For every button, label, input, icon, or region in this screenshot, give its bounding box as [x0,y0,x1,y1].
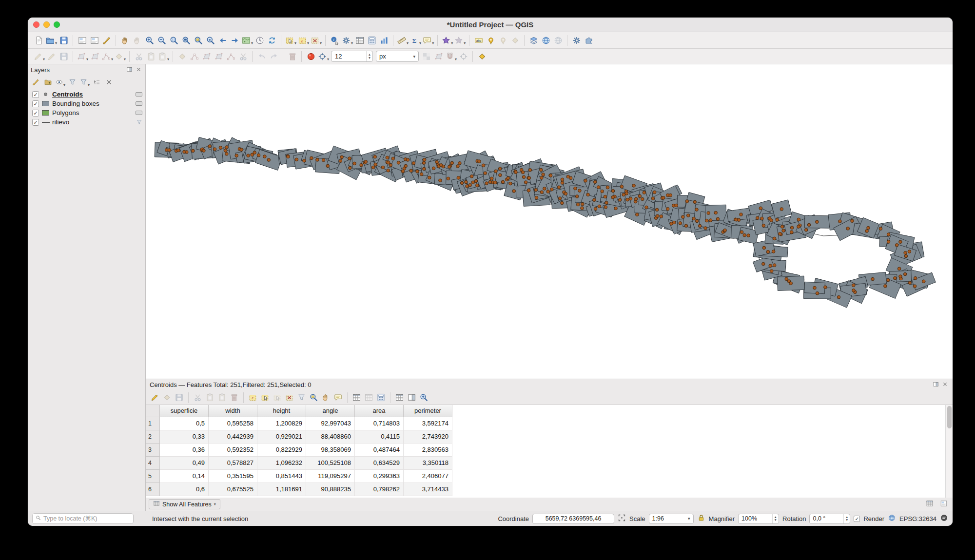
new-field-button[interactable] [351,391,363,404]
filter-by-expression-button[interactable]: ▾ [78,76,91,89]
table-view-button[interactable] [923,498,936,511]
style-manager-button[interactable] [100,34,113,47]
toggle-editing-button[interactable] [149,391,161,404]
minimize-window-button[interactable] [43,21,50,28]
layer-visibility-checkbox[interactable]: ✓ [32,119,39,126]
float-layers-panel-button[interactable] [125,66,133,74]
magnifier-spinbox[interactable]: 100% ▲▼ [738,514,779,524]
expand-all-button[interactable] [91,76,103,89]
messages-button[interactable] [940,514,948,523]
locate-input[interactable] [43,515,131,522]
paste-features-button[interactable]: ▾ [157,50,170,63]
current-edits-button[interactable]: ▾ [33,50,45,63]
column-header-perimeter[interactable]: perimeter [404,405,452,417]
row-number[interactable]: 3 [146,443,160,456]
row-number[interactable]: 4 [146,456,160,469]
zoom-in-button[interactable] [143,34,156,47]
layer-visibility-checkbox[interactable]: ✓ [32,100,39,107]
filter-features-button[interactable] [295,391,308,404]
vertex-tool-button[interactable]: ▾ [101,50,114,63]
column-header-width[interactable]: width [209,405,257,417]
cell[interactable]: 0,299363 [355,469,404,483]
run-feature-action-button[interactable]: ▾ [341,34,353,47]
dock-attribute-table-button[interactable] [406,391,418,404]
sum-line-lengths-button[interactable]: Σ▾ [409,34,422,47]
snapping-unit-combobox[interactable]: px▾ [376,51,419,62]
float-attribute-panel-button[interactable] [932,381,939,389]
new-map-view-button[interactable]: ▾ [241,34,254,47]
cell[interactable]: 1,200829 [257,417,306,430]
map-canvas[interactable] [146,64,953,379]
memory-layer-indicator-icon[interactable] [136,92,142,97]
search-options-button[interactable] [418,391,430,404]
copy-features-button[interactable] [204,391,216,404]
crs-button[interactable] [888,514,896,523]
split-features-button[interactable] [237,50,249,63]
layer-visibility-checkbox[interactable]: ✓ [32,110,39,116]
corner-header[interactable] [146,405,160,417]
snapping-mode-button[interactable]: ▾ [317,50,330,63]
metasearch-button[interactable] [552,34,564,47]
cell[interactable]: 119,095297 [306,469,355,483]
pan-map-button[interactable] [119,34,131,47]
cell[interactable]: 0,714803 [355,417,404,430]
select-features-button[interactable]: ▾ [284,34,297,47]
pan-to-selection-button[interactable] [131,34,143,47]
cell[interactable]: 0,578827 [209,456,257,469]
select-all-button[interactable] [259,391,271,404]
undo-button[interactable] [255,50,268,63]
save-project-button[interactable] [58,34,70,47]
cell[interactable]: 0,634529 [355,456,404,469]
cell[interactable]: 3,592174 [404,417,452,430]
layer-item-rilievo[interactable]: ✓rilievo [28,117,145,127]
form-view-button[interactable] [937,498,950,511]
plugin-manager-button[interactable] [583,34,595,47]
coordinate-input[interactable] [532,514,614,524]
cell[interactable]: 0,33 [160,430,209,443]
row-number[interactable]: 5 [146,469,160,483]
new-project-button[interactable] [33,34,45,47]
cell[interactable]: 0,36 [160,443,209,456]
row-number[interactable]: 6 [146,483,160,496]
locate-search-box[interactable] [32,513,134,524]
cut-features-button[interactable] [192,391,204,404]
zoom-full-button[interactable] [180,34,192,47]
column-header-superficie[interactable]: superficie [160,405,209,417]
cell[interactable]: 0,798262 [355,483,404,496]
lock-scale-button[interactable] [697,514,705,523]
zoom-last-button[interactable] [216,34,229,47]
rotate-feature-button[interactable] [176,50,188,63]
zoom-to-selection-button[interactable] [192,34,204,47]
rotation-spinbox[interactable]: 0,0 ° ▲▼ [809,514,850,524]
pin-labels-button[interactable] [485,34,497,47]
multi-edit-mode-button[interactable] [161,391,173,404]
copy-features-button[interactable] [145,50,157,63]
show-bookmarks-button[interactable]: ▾ [453,34,466,47]
refresh-map-button[interactable] [266,34,278,47]
save-edits-button[interactable] [173,391,185,404]
layer-visibility-checkbox[interactable]: ✓ [32,91,39,98]
open-field-calculator-button[interactable] [375,391,387,404]
highlight-pinned-labels-button[interactable] [497,34,509,47]
cell[interactable]: 88,408860 [306,430,355,443]
cell[interactable]: 90,888235 [306,483,355,496]
layer-labeling-button[interactable]: abc [472,34,485,47]
cell[interactable]: 0,4115 [355,430,404,443]
cell[interactable]: 0,14 [160,469,209,483]
zoom-out-button[interactable] [156,34,168,47]
move-label-button[interactable] [509,34,521,47]
vertical-scrollbar[interactable] [945,405,953,498]
column-header-height[interactable]: height [257,405,306,417]
add-ring-button[interactable] [200,50,213,63]
snapping-options-button[interactable] [305,50,317,63]
statistical-summary-button[interactable] [378,34,390,47]
spin-arrows[interactable]: ▲▼ [843,514,850,523]
zoom-to-selection-button[interactable] [308,391,320,404]
zoom-native-button[interactable]: 1:1 [168,34,180,47]
cell[interactable]: 3,350118 [404,456,452,469]
zoom-to-layer-button[interactable] [204,34,216,47]
spin-arrows[interactable]: ▲▼ [366,51,372,61]
measure-button[interactable]: ▾ [396,34,409,47]
feature-filter-dropdown[interactable]: Show All Features ▾ [149,499,220,509]
cell[interactable]: 0,351595 [209,469,257,483]
